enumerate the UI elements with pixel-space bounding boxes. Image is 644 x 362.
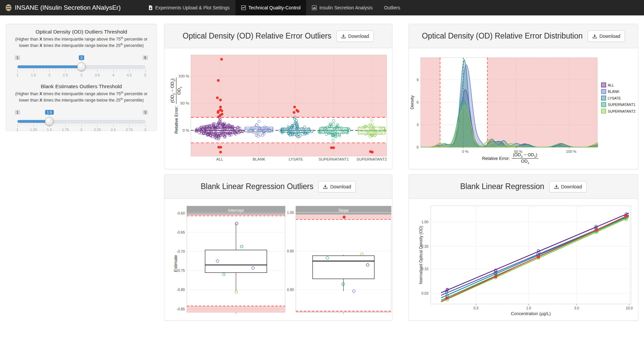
od-threshold-description: (Higher than X times the interquartile r… (13, 36, 149, 49)
download-icon (323, 184, 328, 189)
svg-text:ALL: ALL (216, 157, 223, 161)
svg-text:SUPERNATANT1: SUPERNATANT1 (608, 103, 636, 107)
svg-text:6: 6 (417, 100, 419, 104)
slider-value-badge: 3 (78, 55, 84, 60)
od-relative-error-outliers-chart: ALLBLANKLYSATESUPERNATANT1SUPERNATANT20 … (164, 48, 392, 170)
app-brand[interactable]: INSANE (INsulin Secretion ANalysEr) (0, 0, 127, 15)
legend: ALLBLANKLYSATESUPERNATANT1SUPERNATANT2 (601, 83, 636, 113)
tab-outliers[interactable]: Outliers (378, 0, 406, 15)
panel-title: Blank Linear Regression Outliers (201, 182, 313, 191)
tab-insulin-secretion-analysis[interactable]: Insulin Secretion Analysis (306, 0, 378, 15)
slider-max-badge: 5 (143, 55, 148, 60)
svg-text:BLANK: BLANK (608, 89, 619, 94)
app-title: INSANE (INsulin Secretion ANalysEr) (15, 4, 121, 11)
blank-regression-chart: 1.000.300.100.030.31.03.010.0Concentrati… (409, 199, 638, 321)
download-icon (554, 184, 559, 189)
x-axis-formula: Relative Error: (OD2 − OD1)OD1 (460, 152, 560, 165)
svg-text:0.03: 0.03 (422, 291, 429, 295)
od-threshold-slider: 1 5 3 11.522.533.544.55 (17, 53, 145, 78)
blank-threshold-description: (Higher than X times the interquartile r… (13, 90, 149, 103)
file-icon (149, 5, 153, 10)
svg-text:10.0: 10.0 (626, 306, 633, 310)
svg-text:ALL: ALL (608, 83, 614, 87)
threshold-settings-panel: Optical Density (OD) Outliers Threshold … (6, 24, 157, 131)
blank-threshold-slider: 1 3 1.5 11.251.51.7522.252.52.753 (17, 108, 145, 133)
panel-header: Blank Linear Regression Download (409, 175, 638, 199)
svg-text:Intercept: Intercept (228, 208, 244, 213)
svg-text:-0.65: -0.65 (177, 230, 185, 234)
slider-grid: 11.251.51.7522.252.52.753 (17, 124, 145, 133)
svg-text:Slope: Slope (338, 208, 349, 213)
slider-value-badge: 1.5 (45, 110, 54, 115)
svg-text:-0.70: -0.70 (177, 249, 185, 253)
svg-text:SUPERNATANT1: SUPERNATANT1 (319, 157, 349, 161)
panel-body: 03690 %50 %100 %DensityALLBLANKLYSATESUP… (409, 48, 638, 170)
od-relative-error-outliers-panel: Optical Density (OD) Relative Error Outl… (164, 24, 392, 169)
download-button[interactable]: Download (336, 31, 374, 42)
svg-text:1.00: 1.00 (287, 210, 294, 215)
blank-regression-outliers-panel: Blank Linear Regression Outliers Downloa… (164, 174, 392, 321)
tab-experiments-upload[interactable]: Experiments Upload & Plot Settings (143, 0, 235, 15)
svg-text:0 %: 0 % (182, 128, 189, 132)
download-button[interactable]: Download (318, 181, 356, 192)
page: INSANE (INsulin Secretion ANalysEr) Expe… (0, 0, 644, 362)
download-button[interactable]: Download (549, 181, 587, 192)
svg-text:Normalised Optical Density (OD: Normalised Optical Density (OD) (419, 226, 423, 284)
blank-regression-panel: Blank Linear Regression Download 1.000.3… (409, 174, 638, 321)
svg-text:SUPERNATANT2: SUPERNATANT2 (608, 109, 636, 113)
svg-text:1.0: 1.0 (526, 306, 531, 310)
download-icon (341, 34, 346, 39)
svg-text:-0.85: -0.85 (177, 307, 185, 311)
panel-title: Optical Density (OD) Relative Error Outl… (183, 32, 332, 41)
panel-body: ALLBLANKLYSATESUPERNATANT1SUPERNATANT20 … (164, 48, 392, 170)
panel-title: Optical Density (OD) Relative Error Dist… (422, 32, 583, 41)
panel-header: Optical Density (OD) Relative Error Dist… (409, 24, 638, 48)
panel-body: Intercept-0.60-0.65-0.70-0.75-0.80-0.85S… (164, 199, 392, 321)
svg-text:3: 3 (417, 123, 419, 127)
download-icon (592, 34, 597, 39)
slider-min-badge: 1 (15, 55, 20, 60)
slider-grid: 11.522.533.544.55 (17, 69, 145, 78)
svg-text:9: 9 (417, 78, 419, 82)
line-chart-icon (241, 5, 246, 10)
od-threshold-title: Optical Density (OD) Outliers Threshold (13, 29, 150, 35)
svg-text:100 %: 100 % (566, 149, 576, 154)
slider-fill (17, 120, 49, 123)
app-logo-icon (5, 4, 12, 11)
panel-header: Optical Density (OD) Relative Error Outl… (164, 24, 392, 48)
download-button[interactable]: Download (588, 31, 625, 42)
od-relative-error-distribution-chart: 03690 %50 %100 %DensityALLBLANKLYSATESUP… (409, 48, 638, 170)
tab-technical-quality-control[interactable]: Technical Quality-Control (235, 0, 307, 15)
svg-text:0.90: 0.90 (287, 288, 294, 292)
od-relative-error-distribution-panel: Optical Density (OD) Relative Error Dist… (409, 24, 638, 169)
slider-fill (17, 65, 82, 68)
nav-items: Experiments Upload & Plot Settings Techn… (143, 0, 406, 15)
svg-text:LYSATE: LYSATE (608, 96, 621, 100)
svg-text:Density: Density (410, 95, 415, 109)
bar-chart-icon (312, 5, 317, 10)
svg-text:BLANK: BLANK (253, 157, 265, 161)
svg-text:-0.80: -0.80 (177, 288, 185, 292)
svg-text:LYSATE: LYSATE (289, 157, 303, 161)
panel-body: 1.000.300.100.030.31.03.010.0Concentrati… (409, 199, 638, 321)
panel-title: Blank Linear Regression (460, 182, 544, 191)
svg-text:1.00: 1.00 (422, 220, 429, 224)
svg-text:Estimate: Estimate (173, 255, 178, 272)
svg-text:SUPERNATANT2: SUPERNATANT2 (357, 157, 387, 161)
svg-text:0.95: 0.95 (287, 249, 294, 253)
svg-text:3.0: 3.0 (574, 306, 579, 310)
slider-min-badge: 1 (15, 110, 20, 115)
svg-text:0: 0 (417, 145, 419, 149)
blank-regression-outliers-chart: Intercept-0.60-0.65-0.70-0.75-0.80-0.85S… (164, 199, 392, 321)
navbar: INSANE (INsulin Secretion ANalysEr) Expe… (0, 0, 644, 15)
svg-text:-0.60: -0.60 (177, 211, 185, 215)
svg-text:0.3: 0.3 (474, 306, 479, 310)
y-axis-formula: Relative Error: (OD2 − OD1)OD1 (169, 62, 183, 149)
panel-header: Blank Linear Regression Outliers Downloa… (164, 175, 392, 199)
svg-text:Concentration (µg/L): Concentration (µg/L) (511, 311, 551, 316)
blank-threshold-title: Blank Estimates Outliers Threshold (13, 83, 150, 89)
slider-max-badge: 3 (143, 110, 148, 115)
